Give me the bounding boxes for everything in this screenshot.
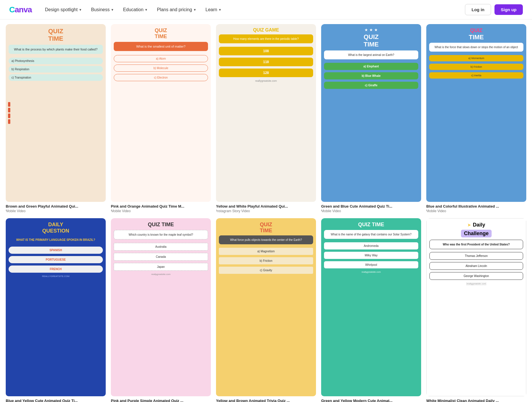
- card10-question: Who was the first President of the Unite…: [429, 240, 523, 249]
- card5-title: QUIZTIME: [469, 28, 484, 41]
- card4-sublabel: Mobile Video: [321, 209, 421, 213]
- card2-answer2: b) Molecule: [114, 65, 208, 72]
- card9-sitetag: reallygreatsite.com: [362, 271, 381, 273]
- card4-stars: ★ ★ ★: [364, 28, 378, 32]
- header: Canva Design spotlight ▼ Business ▼ Educ…: [0, 0, 532, 19]
- card2-label: Pink and Orange Animated Quiz Time M...: [111, 204, 211, 208]
- card3-answer2: 118: [219, 58, 313, 66]
- nav-learn[interactable]: Learn ▼: [201, 5, 225, 15]
- card5-sublabel: Mobile Video: [426, 209, 526, 213]
- login-button[interactable]: Log in: [465, 4, 491, 15]
- card-4[interactable]: ★ ★ ★ QUIZTIME What is the largest anima…: [321, 24, 421, 213]
- card4-title: QUIZTIME: [364, 33, 379, 48]
- card7-sitetag: reallygreatsite.com: [151, 273, 170, 276]
- card10-sitetag: reallygreatsite.com: [466, 282, 486, 285]
- card8-answer2: b) Friction: [219, 257, 313, 264]
- card5-label: Blue and Colorful Illustrative Animated …: [426, 204, 526, 208]
- card6-question: WHAT IS THE PRIMARY LANGUAGE SPOKEN IN B…: [9, 237, 103, 243]
- chevron-down-icon: ▼: [145, 8, 148, 11]
- nav-education[interactable]: Education ▼: [119, 5, 152, 15]
- card2-answer1: a) Atom: [114, 55, 208, 62]
- main-nav: Design spotlight ▼ Business ▼ Education …: [41, 5, 465, 15]
- card10-title-daily: Daily: [473, 222, 485, 228]
- card1-label: Brown and Green Playful Animated Qui...: [6, 204, 106, 208]
- card7-answer1: Australia: [114, 243, 208, 251]
- card10-answer3: George Washington: [429, 272, 523, 280]
- header-actions: Log in Sign up: [465, 4, 523, 15]
- card7-title: QUIZ TIME: [148, 222, 174, 228]
- card8-title: QUIZTIME: [260, 222, 272, 234]
- card7-answer2: Canada: [114, 253, 208, 261]
- nav-plans-pricing[interactable]: Plans and pricing ▼: [153, 5, 201, 15]
- card1-answer3: c) Transpiration: [9, 74, 103, 81]
- card3-answer3: 128: [219, 69, 313, 77]
- card10-answer1: Thomas Jefferson: [429, 252, 523, 260]
- chevron-down-icon: ▼: [193, 8, 196, 11]
- card5-answer2: b) Friction: [429, 64, 523, 70]
- card-grid: QUIZTIME What is the process by which pl…: [0, 19, 532, 402]
- signup-button[interactable]: Sign up: [494, 4, 523, 15]
- card1-answer1: a) Photosynthesis: [9, 58, 103, 64]
- canva-logo[interactable]: Canva: [9, 5, 32, 14]
- card10-answer2: Abraham Lincoln: [429, 262, 523, 270]
- card9-label: Green and Yellow Modern Cute Animat...: [321, 399, 421, 402]
- card-9[interactable]: QUIZ TIME What is the name of the galaxy…: [321, 218, 421, 402]
- card-6[interactable]: DAILYQUESTION WHAT IS THE PRIMARY LANGUA…: [6, 218, 106, 402]
- card2-title: QUIZTIME: [155, 28, 167, 40]
- card9-answer2: Milky Way: [324, 252, 418, 259]
- card5-answer3: c) Inertia: [429, 72, 523, 79]
- card9-title: QUIZ TIME: [358, 222, 384, 228]
- card3-title: QUIZ GAME: [253, 28, 279, 33]
- card8-label: Yellow and Brown Animated Trivia Quiz ..…: [216, 399, 316, 402]
- card1-sublabel: Mobile Video: [6, 209, 106, 213]
- card7-answer3: Japan: [114, 263, 208, 271]
- card10-title-challenge: Challenge: [461, 230, 491, 237]
- card-10[interactable]: ➤ Daily Challenge Who was the first Pres…: [426, 218, 526, 402]
- nav-design-spotlight[interactable]: Design spotlight ▼: [41, 5, 86, 15]
- card-7[interactable]: QUIZ TIME Which country is known for the…: [111, 218, 211, 402]
- card3-label: Yellow and White Playful Animated Qui...: [216, 204, 316, 208]
- card6-answer2: PORTUGUESE: [9, 256, 103, 263]
- card-3[interactable]: QUIZ GAME How many elements are there in…: [216, 24, 316, 213]
- card2-answer3: c) Electron: [114, 74, 208, 81]
- card3-answer1: 108: [219, 47, 313, 55]
- card8-answer1: a) Magnetism: [219, 248, 313, 255]
- card7-question: Which country is known for the maple lea…: [114, 230, 208, 239]
- card1-answer2: b) Respiration: [9, 66, 103, 73]
- card7-label: Pink and Purple Simple Animated Quiz ...: [111, 399, 211, 402]
- card1-question: What is the process by which plants make…: [9, 45, 103, 54]
- chevron-down-icon: ▼: [79, 8, 82, 11]
- card6-title: DAILYQUESTION: [42, 222, 69, 234]
- card8-question: What force pulls objects towards the cen…: [219, 235, 313, 244]
- card4-answer3: c) Giraffe: [324, 82, 418, 89]
- chevron-down-icon: ▼: [218, 8, 221, 11]
- card4-question: What is the largest animal on Earth?: [324, 50, 418, 59]
- card9-answer3: Whirlpool: [324, 261, 418, 268]
- card6-sitetag: REALLYGREATSITE.COM: [42, 275, 70, 278]
- card4-answer1: a) Elephant: [324, 63, 418, 70]
- card6-label: Blue and Yellow Cute Animated Quiz Ti...: [6, 399, 106, 402]
- card-5[interactable]: QUIZTIME What is the force that slows do…: [426, 24, 526, 213]
- card4-label: Green and Blue Cute Animated Quiz Ti...: [321, 204, 421, 208]
- card3-sublabel: Instagram Story Video: [216, 209, 316, 213]
- card-2[interactable]: QUIZTIME What is the smallest unit of ma…: [111, 24, 211, 213]
- card6-answer1: SPANISH: [9, 247, 103, 254]
- card2-sublabel: Mobile Video: [111, 209, 211, 213]
- card9-question: What is the name of the galaxy that cont…: [324, 230, 418, 239]
- card3-sitetag: reallygreatsite.com: [255, 79, 277, 82]
- card2-question: What is the smallest unit of matter?: [114, 42, 208, 51]
- nav-business[interactable]: Business ▼: [87, 5, 118, 15]
- card1-title: QUIZTIME: [48, 28, 63, 42]
- card10-label: White Minimalist Clean Animated Daily ..…: [426, 399, 526, 402]
- card-1[interactable]: QUIZTIME What is the process by which pl…: [6, 24, 106, 213]
- card4-answer2: b) Blue Whale: [324, 72, 418, 79]
- card9-answer1: Andromeda: [324, 242, 418, 249]
- card5-question: What is the force that slows down or sto…: [429, 43, 523, 52]
- card6-answer3: FRENCH: [9, 266, 103, 273]
- card-8[interactable]: QUIZTIME What force pulls objects toward…: [216, 218, 316, 402]
- chevron-down-icon: ▼: [111, 8, 114, 11]
- card5-answer1: a) Momentum: [429, 55, 523, 61]
- card3-question: How many elements are there in the perio…: [219, 34, 313, 43]
- card8-answer3: c) Gravity: [219, 267, 313, 274]
